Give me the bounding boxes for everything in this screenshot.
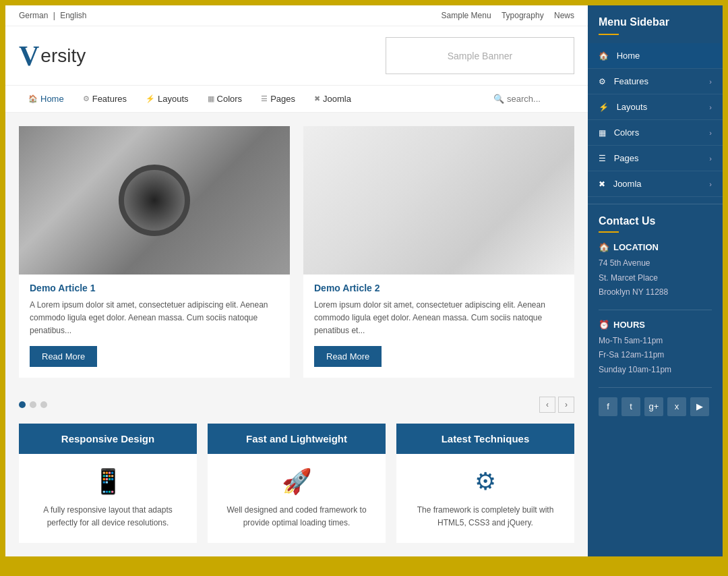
sidebar-home-link[interactable]: 🏠 Home [588, 43, 723, 68]
sidebar: Menu Sidebar 🏠 Home ⚙ Feature [588, 5, 723, 556]
nav-label-home: Home [40, 94, 64, 104]
layouts-sidebar-icon: ⚡ [599, 103, 609, 112]
article-excerpt-2: Lorem ipsum dolor sit amet, consectetuer… [314, 299, 564, 338]
sidebar-contact: Contact Us 🏠 LOCATION 74 5th Avenue St. … [588, 204, 723, 427]
googleplus-icon[interactable]: g+ [644, 397, 663, 416]
nav-item-features[interactable]: ⚙ Features [73, 86, 136, 112]
top-menu-sample[interactable]: Sample Menu [442, 11, 491, 20]
nav-item-joomla[interactable]: ✖ Joomla [305, 86, 361, 112]
sidebar-menu: 🏠 Home ⚙ Features › [588, 43, 723, 197]
pages-chevron-icon: › [709, 154, 712, 163]
outer-wrapper: German | English Sample Menu Typography … [0, 0, 728, 576]
nav-menu: 🏠 Home ⚙ Features ⚡ Layouts ▦ Colors [19, 86, 361, 112]
carousel-dot-1[interactable] [19, 401, 26, 408]
article-title-2[interactable]: Demo Article 2 [314, 283, 564, 293]
location-label: LOCATION [613, 242, 659, 252]
inner-wrapper: German | English Sample Menu Typography … [5, 5, 723, 556]
sidebar-features-content: ⚙ Features [599, 76, 648, 86]
joomla-nav-icon: ✖ [314, 94, 320, 103]
hours-friday: Fr-Sa 12am-11pm [599, 348, 712, 363]
nav-item-pages[interactable]: ☰ Pages [251, 86, 305, 112]
nav-label-colors: Colors [217, 94, 243, 104]
home-nav-icon: 🏠 [28, 94, 38, 103]
top-menu: Sample Menu Typography News [433, 11, 574, 20]
hours-label: HOURS [613, 320, 645, 330]
sidebar-joomla-link[interactable]: ✖ Joomla › [588, 171, 723, 196]
facebook-icon[interactable]: f [599, 397, 617, 416]
features-section: Responsive Design 📱 A fully responsive l… [19, 424, 574, 543]
article-image-2 [303, 126, 574, 275]
sidebar-item-home[interactable]: 🏠 Home [588, 43, 723, 69]
articles-grid: Demo Article 1 A Lorem ipsum dolor sit a… [19, 126, 574, 378]
language-switcher: German | English [19, 11, 90, 20]
carousel-next-button[interactable]: › [558, 397, 574, 413]
xing-icon[interactable]: x [667, 397, 686, 416]
sidebar-item-joomla[interactable]: ✖ Joomla › [588, 171, 723, 197]
nav-item-layouts[interactable]: ⚡ Layouts [136, 86, 198, 112]
feature-desc-3: The framework is completely built with H… [407, 504, 564, 529]
content-area: Demo Article 1 A Lorem ipsum dolor sit a… [5, 113, 588, 556]
sidebar-item-pages[interactable]: ☰ Pages › [588, 146, 723, 171]
feature-title-1: Responsive Design [19, 424, 197, 454]
nav-label-features: Features [92, 94, 127, 104]
sidebar-label-layouts: Layouts [617, 102, 648, 112]
top-menu-news[interactable]: News [554, 11, 574, 20]
carousel-prev-button[interactable]: ‹ [539, 397, 555, 413]
hours-list: Mo-Th 5am-11pm Fr-Sa 12am-11pm Sunday 10… [599, 334, 712, 378]
nav-label-joomla: Joomla [323, 94, 351, 104]
sidebar-features-link[interactable]: ⚙ Features › [588, 69, 723, 94]
article-card-2: Demo Article 2 Lorem ipsum dolor sit ame… [303, 126, 574, 378]
contact-underline [599, 231, 619, 233]
sidebar-layouts-link[interactable]: ⚡ Layouts › [588, 94, 723, 119]
lang-separator: | [53, 11, 55, 20]
nav-item-colors[interactable]: ▦ Colors [198, 86, 252, 112]
feature-box-1: Responsive Design 📱 A fully responsive l… [19, 424, 197, 543]
nav-item-home[interactable]: 🏠 Home [19, 86, 73, 112]
tablet-image [303, 126, 574, 275]
sidebar-item-colors[interactable]: ▦ Colors › [588, 120, 723, 146]
article-excerpt-1: A Lorem ipsum dolor sit amet, consectetu… [30, 299, 279, 338]
sample-banner: Sample Banner [386, 37, 574, 74]
feature-body-3: ⚙ The framework is completely built with… [396, 454, 574, 543]
sidebar-underline [599, 34, 619, 35]
sidebar-colors-link[interactable]: ▦ Colors › [588, 120, 723, 145]
social-icons: f t g+ x ▶ [599, 397, 712, 416]
layouts-chevron-icon: › [709, 103, 712, 111]
mobile-icon: 📱 [30, 467, 186, 496]
location-icon: 🏠 [599, 242, 609, 252]
hours-section-title: ⏰ HOURS [599, 320, 712, 330]
sidebar-label-features: Features [614, 76, 648, 86]
features-sidebar-icon: ⚙ [599, 77, 606, 86]
sidebar-joomla-content: ✖ Joomla [599, 179, 642, 189]
feature-box-2: Fast and Lightweight 🚀 Well designed and… [208, 424, 386, 543]
youtube-icon[interactable]: ▶ [690, 397, 709, 416]
lang-english-link2[interactable]: English [60, 11, 86, 20]
carousel-controls: ‹ › [19, 391, 574, 418]
lang-german-link[interactable]: German [19, 11, 48, 20]
hours-weekday: Mo-Th 5am-11pm [599, 334, 712, 349]
sidebar-title: Menu Sidebar [588, 5, 723, 34]
sidebar-item-features[interactable]: ⚙ Features › [588, 69, 723, 94]
features-chevron-icon: › [709, 78, 712, 86]
colors-sidebar-icon: ▦ [599, 128, 606, 138]
carousel-arrows: ‹ › [539, 397, 574, 413]
feature-body-2: 🚀 Well designed and coded framework to p… [208, 454, 386, 543]
sidebar-item-layouts[interactable]: ⚡ Layouts › [588, 94, 723, 120]
carousel-dot-2[interactable] [30, 401, 36, 408]
carousel-dot-3[interactable] [40, 401, 47, 408]
contact-title: Contact Us [599, 215, 712, 227]
joomla-chevron-icon: › [709, 180, 712, 188]
address-line-2: St. Marcet Place [599, 271, 712, 286]
top-bar: German | English Sample Menu Typography … [5, 5, 588, 26]
top-menu-typography[interactable]: Typography [502, 11, 544, 20]
article-title-1[interactable]: Demo Article 1 [30, 283, 279, 293]
read-more-button-2[interactable]: Read More [314, 346, 382, 367]
search-input[interactable] [507, 94, 574, 104]
twitter-icon[interactable]: t [621, 397, 640, 416]
article-body-1: Demo Article 1 A Lorem ipsum dolor sit a… [19, 275, 290, 378]
feature-title-3: Latest Techniques [396, 424, 574, 454]
home-sidebar-icon: 🏠 [599, 51, 609, 61]
nav-bar: 🏠 Home ⚙ Features ⚡ Layouts ▦ Colors [5, 85, 588, 113]
sidebar-pages-link[interactable]: ☰ Pages › [588, 146, 723, 171]
read-more-button-1[interactable]: Read More [30, 346, 97, 367]
